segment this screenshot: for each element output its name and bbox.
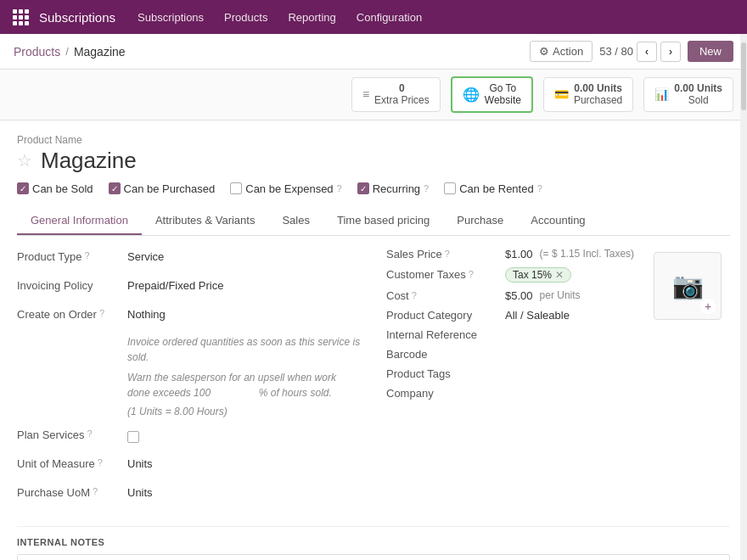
plan-services-label: Plan Services (17, 428, 84, 441)
can-be-sold-checkbox[interactable]: ✓ Can be Sold (17, 182, 93, 195)
globe-icon: 🌐 (463, 87, 480, 103)
product-photo[interactable]: 📷 + (654, 252, 722, 320)
help-text-1: Invoice ordered quantities as soon as th… (127, 334, 361, 365)
cost-unit-text: per Units (540, 289, 581, 301)
internal-notes-input[interactable]: This note is only for internal purposes. (17, 554, 730, 560)
tab-sales[interactable]: Sales (268, 207, 323, 235)
create-on-order-label: Create on Order (17, 308, 97, 321)
recurring-check-box: ✓ (357, 182, 369, 194)
action-button[interactable]: ⚙ Action (530, 41, 593, 62)
can-be-purchased-checkbox[interactable]: ✓ Can be Purchased (109, 182, 216, 195)
sales-price-value[interactable]: $1.00 (505, 248, 533, 260)
units-sold-button[interactable]: 📊 0.00 Units Sold (643, 77, 733, 112)
nav-menu: Subscriptions Products Reporting Configu… (127, 0, 432, 34)
product-category-value[interactable]: All / Saleable (505, 309, 570, 322)
list-icon: ≡ (362, 87, 369, 101)
app-name[interactable]: Subscriptions (36, 10, 124, 25)
invoicing-policy-value[interactable]: Prepaid/Fixed Price (127, 277, 361, 292)
sales-price-help-icon[interactable]: ? (445, 249, 450, 259)
invoicing-policy-label: Invoicing Policy (17, 279, 93, 292)
form-left-column: Product Type ? Service Invoicing Policy … (17, 248, 361, 512)
unit-of-measure-help-icon[interactable]: ? (98, 457, 103, 468)
nav-item-configuration[interactable]: Configuration (346, 0, 432, 34)
units-purchased-button[interactable]: 💳 0.00 Units Purchased (543, 77, 633, 112)
customer-taxes-help-icon[interactable]: ? (469, 269, 474, 279)
can-be-rented-help-icon[interactable]: ? (537, 183, 542, 193)
can-be-purchased-check-box: ✓ (109, 182, 121, 194)
pager-next-button[interactable]: › (660, 42, 681, 62)
tax-badge: Tax 15% ✕ (505, 267, 571, 283)
new-button[interactable]: New (688, 41, 733, 62)
units-sold-label: Sold (674, 94, 722, 106)
nav-item-products[interactable]: Products (214, 0, 278, 34)
can-be-rented-label: Can be Rented (459, 182, 533, 195)
purchase-uom-value[interactable]: Units (127, 484, 361, 499)
tab-attributes-variants[interactable]: Attributes & Variants (142, 207, 269, 235)
scrollbar-thumb[interactable] (741, 42, 746, 110)
app-grid-icon[interactable] (8, 5, 32, 29)
plan-services-help-icon[interactable]: ? (87, 428, 92, 439)
product-type-row: Product Type ? Service (17, 248, 361, 270)
product-type-help-icon[interactable]: ? (84, 250, 89, 260)
unit-of-measure-value[interactable]: Units (127, 455, 361, 470)
pager-text: 53 / 80 (599, 45, 633, 58)
go-website-label: Go To (485, 82, 521, 94)
create-on-order-help-icon[interactable]: ? (99, 308, 104, 318)
can-be-rented-check-box (444, 182, 456, 194)
extra-prices-count: 0 (374, 82, 430, 94)
product-type-value[interactable]: Service (127, 248, 361, 263)
tab-time-based-pricing[interactable]: Time based pricing (323, 207, 443, 235)
help-text-2: Warn the salesperson for an upsell when … (127, 370, 361, 400)
top-navigation: Subscriptions Subscriptions Products Rep… (0, 0, 747, 34)
internal-reference-label: Internal Reference (386, 328, 477, 341)
breadcrumb: Products / Magazine (14, 45, 523, 59)
can-be-expensed-help-icon[interactable]: ? (337, 183, 342, 193)
unit-of-measure-row: Unit of Measure ? Units (17, 455, 361, 477)
barcode-row: Barcode (386, 348, 730, 361)
barcode-value[interactable] (505, 348, 508, 361)
product-category-label: Product Category (386, 309, 472, 322)
cost-value[interactable]: $5.00 (505, 289, 533, 302)
purchase-uom-help-icon[interactable]: ? (93, 486, 98, 496)
product-title[interactable]: Magazine (41, 148, 137, 174)
can-be-purchased-label: Can be Purchased (124, 182, 216, 195)
can-be-expensed-checkbox[interactable]: Can be Expensed ? (230, 182, 341, 195)
tab-purchase[interactable]: Purchase (443, 207, 517, 235)
go-website-label2: Website (485, 94, 521, 106)
extra-prices-button[interactable]: ≡ 0 Extra Prices (351, 77, 441, 112)
extra-prices-label: Extra Prices (374, 94, 430, 106)
product-tags-value[interactable] (505, 367, 508, 380)
product-type-label: Product Type (17, 250, 81, 263)
go-to-website-button[interactable]: 🌐 Go To Website (451, 76, 533, 113)
recurring-checkbox[interactable]: ✓ Recurring ? (357, 182, 429, 195)
cost-help-icon[interactable]: ? (412, 290, 417, 300)
breadcrumb-separator: / (65, 45, 69, 58)
can-be-rented-checkbox[interactable]: Can be Rented ? (444, 182, 542, 195)
favorite-star-icon[interactable]: ☆ (17, 150, 32, 171)
plan-services-row: Plan Services ? (17, 426, 361, 448)
nav-item-reporting[interactable]: Reporting (278, 0, 345, 34)
tab-general-information[interactable]: General Information (17, 207, 142, 235)
smart-buttons-bar: ≡ 0 Extra Prices 🌐 Go To Website 💳 0.00 … (0, 70, 747, 120)
scrollbar[interactable] (740, 34, 747, 560)
can-be-sold-check-box: ✓ (17, 182, 29, 194)
tab-accounting[interactable]: Accounting (517, 207, 598, 235)
tabs-row: General Information Attributes & Variant… (17, 207, 730, 236)
breadcrumb-parent[interactable]: Products (14, 45, 60, 59)
pager-prev-button[interactable]: ‹ (637, 42, 657, 62)
pager: 53 / 80 ‹ › (599, 42, 681, 62)
purchase-uom-row: Purchase UoM ? Units (17, 484, 361, 506)
recurring-help-icon[interactable]: ? (424, 183, 429, 193)
form-columns: Product Type ? Service Invoicing Policy … (17, 248, 730, 512)
product-tags-label: Product Tags (386, 367, 451, 380)
plan-services-checkbox[interactable] (127, 431, 139, 443)
create-on-order-value[interactable]: Nothing (127, 305, 361, 321)
cost-label: Cost (386, 289, 409, 302)
gear-icon: ⚙ (539, 45, 549, 58)
tax-badge-remove-icon[interactable]: ✕ (555, 269, 564, 281)
internal-reference-value[interactable] (505, 328, 508, 341)
product-name-label: Product Name (17, 134, 730, 146)
company-value[interactable] (505, 387, 508, 400)
internal-reference-row: Internal Reference (386, 328, 730, 341)
nav-item-subscriptions[interactable]: Subscriptions (127, 0, 214, 34)
